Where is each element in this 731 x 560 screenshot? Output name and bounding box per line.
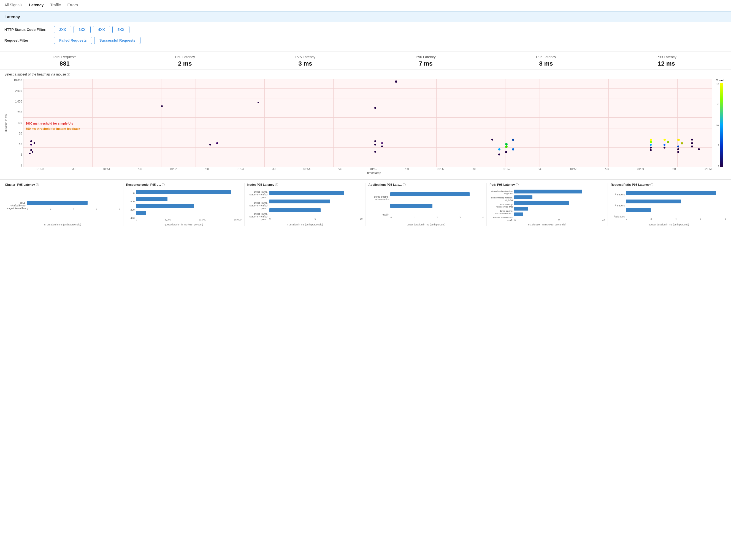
filter-btn-successful[interactable]: Successful Requests (94, 37, 141, 44)
bar-chart-application: Application: P95 Late... ⓘ demo-tracing-… (366, 183, 487, 226)
filter-btn-3xx[interactable]: 3XX (74, 26, 91, 33)
bar-chart-path-y-labels: /headers /headers /v1/traces (611, 189, 626, 222)
bar-chart-pod-x-ticks: 0 20 40 (514, 219, 605, 222)
x-tick-3: :30 (138, 168, 142, 171)
y-label-app-1: httpbin (368, 213, 389, 216)
data-dot (650, 147, 652, 149)
grid-v-11 (436, 79, 436, 167)
bar-chart-pod-info-icon[interactable]: ⓘ (516, 183, 519, 186)
bar-chart-application-title-text: Application: P95 Late... (368, 183, 401, 186)
nav-item-latency[interactable]: Latency (29, 3, 44, 7)
bar-pod-2 (514, 201, 568, 205)
bar-chart-response-code-info-icon[interactable]: ⓘ (162, 183, 165, 186)
x-tick-18: 01:59 (637, 168, 644, 171)
bar-chart-application-title: Application: P95 Late... ⓘ (368, 183, 484, 187)
metric-p50-label: P50 Latency (125, 55, 245, 59)
x-tick-0: 01:50 (37, 168, 44, 171)
data-dot (691, 139, 693, 141)
bar-rc-0 (136, 190, 231, 194)
bar-rc-2 (136, 204, 194, 208)
bar-chart-rc-x-label: quest duration in ms (95th percent) (126, 223, 242, 226)
y-label-path-1: /headers (611, 204, 625, 207)
data-dot (374, 151, 376, 153)
bar-chart-node-info-icon[interactable]: ⓘ (275, 183, 278, 186)
bar-chart-cluster-bars: 0 2 4 6 8 (27, 189, 120, 222)
grid-v-7 (299, 79, 299, 167)
heatmap-plot[interactable]: 1000 ms threshold for simple UIs 350 ms … (23, 79, 712, 167)
bar-chart-application-info-icon[interactable]: ⓘ (403, 183, 406, 186)
data-dot (258, 102, 259, 103)
bar-chart-cluster-title-text: Cluster: P95 Latency (5, 183, 35, 186)
data-dot (491, 139, 493, 141)
bar-chart-cluster-info-icon[interactable]: ⓘ (36, 183, 39, 186)
bar-pod-4 (514, 212, 523, 216)
filter-btn-2xx[interactable]: 2XX (54, 26, 71, 33)
heatmap-title: Select a subset of the heatmap via mouse… (4, 72, 727, 77)
x-tick-13: :30 (472, 168, 476, 171)
metric-p99-label: P99 Latency (606, 55, 727, 59)
y-label-pod-2: demo-tracing-microservice-f7c6 (489, 203, 513, 208)
grid-v-2 (127, 79, 127, 167)
y-tick-2: 1,000 (15, 100, 22, 103)
metric-p75: P75 Latency 3 ms (245, 55, 366, 67)
y-label-rc-0: 0 (126, 192, 135, 195)
bar-chart-response-code: Response code: P95 L... ⓘ 0 500 200 403 … (123, 183, 245, 226)
x-tick-15: :30 (538, 168, 542, 171)
bar-chart-pod-bars: 0 20 40 (514, 189, 605, 222)
y-label-node-0: shoot--kyma-stage--c-4fc3fbd-cpu-w... (247, 190, 268, 199)
bar-chart-cluster: Cluster: P95 Latency ⓘ api.c-4fc3fbd.kym… (2, 183, 123, 226)
data-dot (650, 144, 652, 146)
y-axis-label-wrapper: duration in ms (4, 79, 7, 167)
filter-btn-5xx[interactable]: 5XX (112, 26, 130, 33)
metric-p95: P95 Latency 8 ms (486, 55, 606, 67)
nav-item-all-signals[interactable]: All Signals (4, 3, 22, 7)
data-dot (374, 144, 376, 146)
legend-val-2: 10 (716, 123, 719, 126)
bar-chart-application-body: demo-tracing-microservice httpbin 0 1 2 … (368, 189, 484, 222)
x-tick-4: 01:52 (170, 168, 177, 171)
nav-item-errors[interactable]: Errors (67, 3, 78, 7)
bar-chart-cluster-title: Cluster: P95 Latency ⓘ (5, 183, 120, 187)
bar-chart-node-title-text: Node: P95 Latency (247, 183, 274, 186)
data-dot (29, 153, 31, 154)
heatmap-info-icon[interactable]: ⓘ (67, 73, 70, 76)
nav-item-traffic[interactable]: Traffic (50, 3, 61, 7)
bar-chart-node-x-label: it duration in ms (95th percentile) (247, 223, 363, 226)
bar-chart-node-title: Node: P95 Latency ⓘ (247, 183, 363, 187)
data-dot (650, 141, 652, 143)
bar-chart-path-x-ticks: 0 2 4 6 8 (626, 217, 726, 220)
bar-path-0 (626, 191, 716, 195)
y-label-cluster-0: api.c-4fc3fbd.kyma-stage.internal.live (5, 201, 26, 210)
data-dot (395, 80, 397, 83)
request-filter-label: Request Filter: (4, 38, 54, 42)
status-code-buttons: 2XX 3XX 4XX 5XX (54, 26, 130, 33)
metric-p95-label: P95 Latency (486, 55, 606, 59)
bar-path-1 (626, 200, 681, 203)
heatmap-wrapper: duration in ms 10,000 2,000 1,000 200 10… (4, 79, 727, 167)
bar-chart-response-code-y-labels: 0 500 200 403 (126, 189, 136, 222)
filter-btn-4xx[interactable]: 4XX (93, 26, 110, 33)
data-dot (381, 142, 383, 144)
metric-p99: P99 Latency 12 ms (606, 55, 727, 67)
x-tick-8: 01:54 (304, 168, 311, 171)
y-tick-6: 10 (19, 143, 22, 146)
metric-p99-value: 12 ms (606, 60, 727, 67)
metric-p75-label: P75 Latency (245, 55, 366, 59)
bar-chart-response-code-title-text: Response code: P95 L... (126, 183, 161, 186)
filter-btn-failed[interactable]: Failed Requests (54, 37, 92, 44)
grid-v-4 (196, 79, 196, 167)
bar-chart-response-code-body: 0 500 200 403 0 5,000 10,000 15,000 (126, 189, 242, 222)
data-dot (381, 146, 383, 147)
y-label-path-2: /v1/traces (611, 215, 625, 218)
bar-chart-node-x-ticks: 0 5 10 (269, 217, 363, 220)
bar-chart-path: Request Path: P95 Latency ⓘ /headers /he… (608, 183, 729, 226)
grid-v-12 (471, 79, 471, 167)
data-dot (30, 144, 32, 146)
status-code-filter-label: HTTP Status Code Filter: (4, 28, 54, 32)
data-dot (512, 139, 514, 141)
bar-chart-path-title: Request Path: P95 Latency ⓘ (611, 183, 726, 187)
data-dot (34, 142, 35, 144)
heatmap-title-text: Select a subset of the heatmap via mouse (4, 72, 66, 76)
bar-chart-path-info-icon[interactable]: ⓘ (650, 183, 653, 186)
x-tick-5: :30 (205, 168, 209, 171)
